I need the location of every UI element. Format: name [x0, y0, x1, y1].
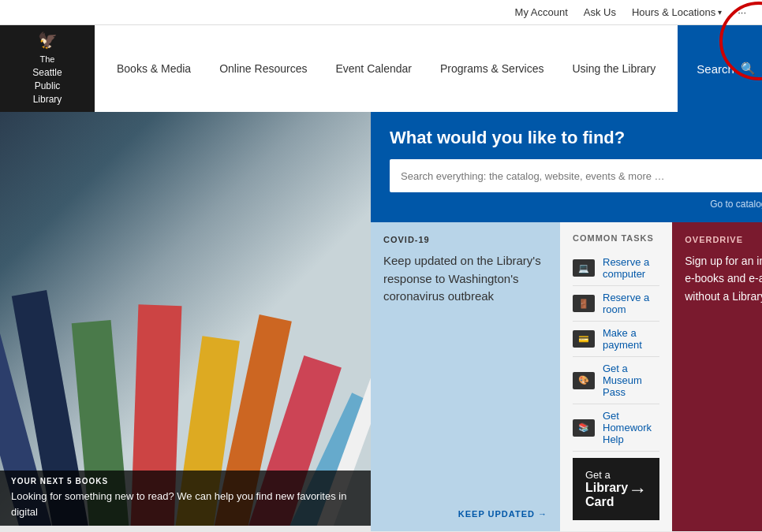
task-reserve-computer[interactable]: 💻 Reserve a computer: [573, 251, 659, 286]
library-card-text: Get a Library Card: [585, 469, 628, 509]
homework-icon: 📚: [573, 419, 595, 437]
tasks-panel: COMMON TASKS 💻 Reserve a computer 🚪 Rese…: [560, 222, 672, 531]
task-homework-help-label: Get Homework Help: [603, 410, 659, 445]
search-box: 🔍: [390, 159, 762, 192]
search-input[interactable]: [390, 162, 762, 190]
covid-label: COVID-19: [383, 235, 547, 244]
library-card-button[interactable]: Get a Library Card →: [573, 458, 659, 520]
books-illustration: [0, 112, 371, 526]
nav-using-library[interactable]: Using the Library: [558, 25, 670, 112]
covid-text: Keep updated on the Library's response t…: [383, 252, 547, 501]
bottom-panels: COVID-19 Keep updated on the Library's r…: [371, 222, 762, 531]
nav-online-resources[interactable]: Online Resources: [205, 25, 321, 112]
overdrive-panel: OVERDRIVE Sign up for an instant access …: [672, 222, 762, 531]
hero-image: YOUR NEXT 5 BOOKS Looking for something …: [0, 112, 371, 526]
next5-label: YOUR NEXT 5 BOOKS: [11, 477, 360, 485]
room-icon: 🚪: [573, 295, 595, 312]
task-museum-pass-label: Get a Museum Pass: [603, 363, 659, 398]
nav-books-media[interactable]: Books & Media: [103, 25, 205, 112]
hours-locations-link[interactable]: Hours & Locations ▾: [632, 6, 722, 18]
nav-event-calendar[interactable]: Event Calendar: [321, 25, 426, 112]
tasks-label: COMMON TASKS: [573, 233, 659, 243]
search-button[interactable]: Search 🔍: [678, 25, 762, 112]
logo[interactable]: 🦅 The SeattlePublicLibrary: [0, 25, 95, 112]
computer-icon: 💻: [573, 259, 595, 277]
search-btn-icon: 🔍: [741, 61, 756, 76]
task-make-payment-label: Make a payment: [603, 327, 659, 351]
keep-updated-link[interactable]: KEEP UPDATED →: [383, 509, 547, 519]
chevron-down-icon: ▾: [718, 8, 722, 17]
task-reserve-room-label: Reserve a room: [603, 292, 659, 315]
ask-us-link[interactable]: Ask Us: [584, 6, 616, 18]
main-content: YOUR NEXT 5 BOOKS Looking for something …: [0, 112, 762, 526]
logo-text: The SeattlePublicLibrary: [32, 53, 62, 106]
next5-banner[interactable]: YOUR NEXT 5 BOOKS Looking for something …: [0, 471, 371, 526]
overdrive-label: OVERDRIVE: [685, 235, 762, 244]
covid-panel: COVID-19 Keep updated on the Library's r…: [371, 222, 560, 531]
nav-programs-services[interactable]: Programs & Services: [426, 25, 558, 112]
search-links: Go to catalog Former catalog: [390, 199, 762, 210]
search-panel: What would you like to find? 🔍 Go to cat…: [371, 112, 762, 222]
logo-icon: 🦅: [38, 31, 58, 50]
task-museum-pass[interactable]: 🎨 Get a Museum Pass: [573, 357, 659, 404]
overdrive-text: Sign up for an instant access to e-books…: [685, 252, 762, 305]
task-reserve-computer-label: Reserve a computer: [603, 256, 659, 280]
card-arrow-icon: →: [628, 478, 647, 500]
my-account-link[interactable]: My Account: [515, 6, 568, 18]
go-to-catalog-link[interactable]: Go to catalog: [710, 199, 762, 210]
task-make-payment[interactable]: 💳 Make a payment: [573, 322, 659, 357]
header: 🦅 The SeattlePublicLibrary Books & Media…: [0, 25, 762, 112]
main-nav: Books & Media Online Resources Event Cal…: [95, 25, 678, 112]
payment-icon: 💳: [573, 330, 595, 348]
right-panel: What would you like to find? 🔍 Go to cat…: [371, 112, 762, 526]
search-title: What would you like to find?: [390, 128, 762, 148]
museum-icon: 🎨: [573, 372, 595, 389]
task-homework-help[interactable]: 📚 Get Homework Help: [573, 404, 659, 452]
more-link[interactable]: ···: [738, 6, 746, 18]
task-reserve-room[interactable]: 🚪 Reserve a room: [573, 286, 659, 322]
utility-bar: My Account Ask Us Hours & Locations ▾ ··…: [0, 0, 762, 25]
next5-text: Looking for something new to read? We ca…: [11, 489, 360, 519]
